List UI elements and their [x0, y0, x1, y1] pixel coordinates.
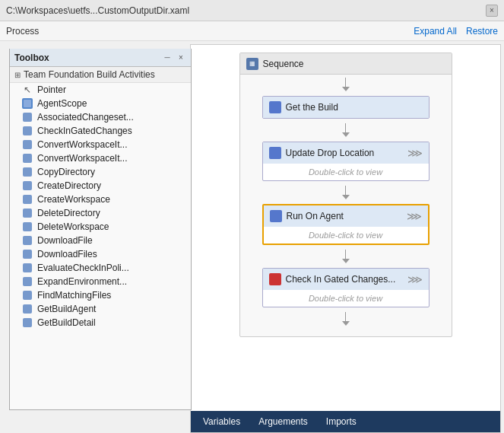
toolbox-item[interactable]: AssociatedChangeset...: [10, 110, 191, 124]
toolbox-item-label: GetBuildAgent: [37, 304, 96, 314]
gear-icon: [23, 113, 32, 122]
toolbox-item[interactable]: DownloadFile: [10, 234, 191, 247]
toolbox-titlebar: Toolbox ─ ×: [10, 49, 191, 67]
wf-activity-header-check-in-gated: Check In Gated Changes...⋙: [263, 269, 429, 290]
wf-connector-arrow: [342, 250, 350, 263]
close-tab-button[interactable]: ×: [486, 5, 498, 17]
wf-activity-name-check-in-gated: Check In Gated Changes...: [286, 274, 396, 285]
toolbox-item[interactable]: DeleteDirectory: [10, 206, 191, 220]
toolbox-item[interactable]: ConvertWorkspaceIt...: [10, 138, 191, 151]
toolbox-item[interactable]: GetBuildDetail: [10, 316, 191, 330]
toolbox-item-label: ConvertWorkspaceIt...: [37, 139, 128, 150]
workflow-canvas: Sequence Get the BuildUpdate Drop Locati…: [190, 44, 501, 433]
toolbox-group-header[interactable]: ⊞ Team Foundation Build Activities: [10, 67, 191, 82]
toolbox-item[interactable]: CopyDirectory: [10, 165, 191, 179]
canvas-tab-imports[interactable]: Imports: [323, 415, 360, 428]
toolbox-item-label: DownloadFiles: [37, 249, 97, 259]
wf-activity-icon-run-on-agent: [270, 210, 282, 222]
wf-activity-name-get-build: Get the Build: [286, 102, 338, 113]
gear-icon: [23, 181, 32, 190]
wf-connector-arrow: [342, 186, 350, 199]
toolbox-item[interactable]: AgentScope: [10, 97, 191, 110]
wf-activity-name-update-drop: Update Drop Location: [286, 148, 375, 158]
wf-activity-hint-run-on-agent: Double-click to view: [309, 231, 382, 240]
gear-icon: [23, 167, 32, 177]
wf-activity-body-run-on-agent: Double-click to view: [264, 227, 428, 244]
toolbox-item-label: GetBuildDetail: [37, 317, 96, 328]
wf-activity-body-check-in-gated: Double-click to view: [263, 290, 429, 307]
gear-icon: [23, 318, 32, 327]
toolbox-item[interactable]: GetBuildAgent: [10, 302, 191, 316]
title-bar-text: C:\Workspaces\uetfs...CustomOutputDir.xa…: [6, 5, 481, 16]
gear-icon: [23, 222, 32, 231]
toolbox-item-label: DeleteDirectory: [37, 208, 100, 218]
canvas-tab-arguements[interactable]: Arguements: [255, 415, 311, 428]
activity-icon: [22, 98, 33, 109]
toolbox-item-label: AgentScope: [37, 98, 87, 109]
toolbox-title: Toolbox: [14, 53, 49, 63]
toolbox-item[interactable]: ConvertWorkspaceIt...: [10, 151, 191, 165]
toolbox-group: ⊞ Team Foundation Build Activities: [10, 67, 191, 83]
toolbox-item-label: ConvertWorkspaceIt...: [37, 153, 128, 164]
toolbox-panel: Toolbox ─ × ⊞ Team Foundation Build Acti…: [9, 49, 192, 410]
process-menu[interactable]: Process: [6, 26, 39, 37]
wf-activity-name-run-on-agent: Run On Agent: [287, 211, 344, 221]
wf-activity-icon-get-build: [269, 101, 281, 113]
main-area: Toolbox ─ × ⊞ Team Foundation Build Acti…: [0, 41, 504, 433]
toolbox-item[interactable]: DeleteWorkspace: [10, 220, 191, 234]
toolbox-item-label: CopyDirectory: [37, 167, 95, 177]
wf-connector-arrow: [342, 123, 350, 137]
gear-icon: [23, 126, 32, 135]
restore-button[interactable]: Restore: [466, 26, 498, 37]
toolbox-item[interactable]: CheckInGatedChanges: [10, 124, 191, 138]
toolbox-group-label: Team Foundation Build Activities: [24, 69, 155, 80]
toolbox-item[interactable]: ExpandEnvironment...: [10, 275, 191, 288]
gear-icon: [23, 195, 32, 204]
wf-activity-hint-update-drop: Double-click to view: [309, 167, 382, 177]
toolbox-pin-button[interactable]: ─: [162, 53, 173, 63]
toolbox-item-label: CheckInGatedChanges: [37, 126, 132, 136]
group-expand-icon: ⊞: [14, 71, 21, 79]
wf-activity-get-build[interactable]: Get the Build: [262, 96, 430, 119]
title-bar: C:\Workspaces\uetfs...CustomOutputDir.xa…: [0, 0, 504, 21]
toolbox-item-label: DeleteWorkspace: [37, 221, 109, 232]
canvas-tab-variables[interactable]: Variables: [200, 415, 243, 428]
toolbox-items-list: PointerAgentScopeAssociatedChangeset...C…: [10, 83, 191, 409]
wf-activity-run-on-agent[interactable]: Run On Agent⋙Double-click to view: [262, 204, 430, 245]
toolbox-item-label: ExpandEnvironment...: [37, 276, 127, 287]
wf-activity-header-run-on-agent: Run On Agent⋙: [264, 205, 428, 227]
toolbox-item[interactable]: Pointer: [10, 83, 191, 97]
gear-icon: [23, 209, 32, 218]
wf-activity-hint-check-in-gated: Double-click to view: [309, 294, 382, 303]
wf-expand-icon-update-drop[interactable]: ⋙: [407, 147, 423, 159]
toolbox-item-label: AssociatedChangeset...: [37, 112, 134, 123]
gear-icon: [23, 236, 32, 245]
wf-activity-update-drop[interactable]: Update Drop Location⋙Double-click to vie…: [262, 142, 430, 181]
toolbox-item-label: FindMatchingFiles: [37, 290, 111, 301]
gear-icon: [23, 291, 32, 300]
menu-bar-actions: Expand All Restore: [414, 26, 498, 37]
toolbox-item-label: CreateWorkspace: [37, 194, 110, 205]
wf-activity-icon-update-drop: [269, 147, 281, 159]
toolbox-item[interactable]: EvaluateCheckInPoli...: [10, 261, 191, 275]
toolbox-item[interactable]: DownloadFiles: [10, 247, 191, 261]
wf-expand-icon-run-on-agent[interactable]: ⋙: [407, 210, 422, 222]
gear-icon: [23, 140, 32, 149]
toolbox-close-button[interactable]: ×: [176, 53, 186, 63]
expand-all-button[interactable]: Expand All: [414, 26, 457, 37]
toolbox-item-label: EvaluateCheckInPoli...: [37, 263, 129, 273]
wf-activity-check-in-gated[interactable]: Check In Gated Changes...⋙Double-click t…: [262, 268, 430, 307]
workflow-items: Get the BuildUpdate Drop Location⋙Double…: [240, 75, 452, 329]
wf-activity-body-update-drop: Double-click to view: [263, 164, 429, 180]
toolbox-item[interactable]: CreateWorkspace: [10, 193, 191, 206]
gear-icon: [23, 277, 32, 286]
wf-connector-arrow: [342, 78, 350, 91]
gear-icon: [23, 304, 32, 314]
wf-expand-icon-check-in-gated[interactable]: ⋙: [407, 273, 423, 285]
toolbox-item[interactable]: CreateDirectory: [10, 179, 191, 193]
sequence-icon: [246, 58, 258, 70]
sequence-header: Sequence: [240, 53, 452, 75]
toolbox-item[interactable]: FindMatchingFiles: [10, 288, 191, 302]
menu-bar: Process Expand All Restore: [0, 21, 504, 41]
gear-icon: [23, 154, 32, 163]
